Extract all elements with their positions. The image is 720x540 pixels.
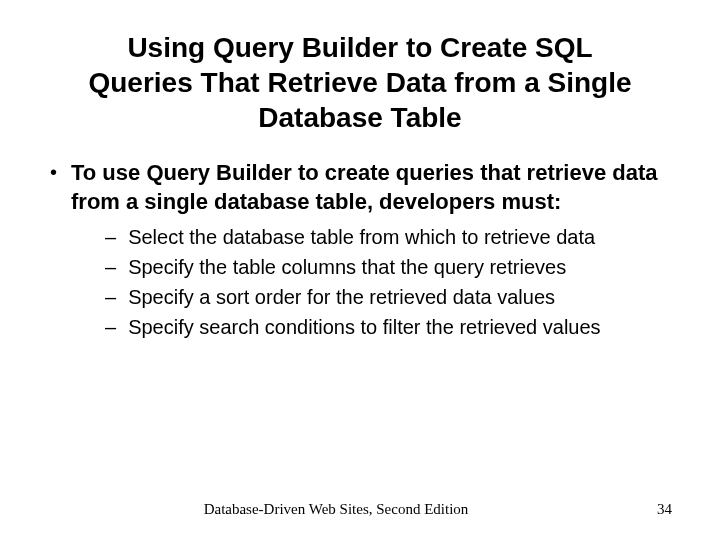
sub-list: – Select the database table from which t… bbox=[50, 224, 680, 340]
sub-item-text: Specify a sort order for the retrieved d… bbox=[128, 284, 555, 310]
sub-item-text: Specify search conditions to filter the … bbox=[128, 314, 600, 340]
bullet-text: To use Query Builder to create queries t… bbox=[71, 159, 680, 216]
list-item: – Select the database table from which t… bbox=[105, 224, 680, 250]
dash-icon: – bbox=[105, 284, 116, 310]
footer-text: Database-Driven Web Sites, Second Editio… bbox=[0, 501, 672, 518]
dash-icon: – bbox=[105, 224, 116, 250]
sub-item-text: Select the database table from which to … bbox=[128, 224, 595, 250]
dash-icon: – bbox=[105, 314, 116, 340]
list-item: – Specify a sort order for the retrieved… bbox=[105, 284, 680, 310]
page-number: 34 bbox=[657, 501, 672, 518]
slide-footer: Database-Driven Web Sites, Second Editio… bbox=[0, 501, 720, 518]
slide: Using Query Builder to Create SQL Querie… bbox=[0, 0, 720, 540]
list-item: – Specify search conditions to filter th… bbox=[105, 314, 680, 340]
bullet-item: • To use Query Builder to create queries… bbox=[50, 159, 680, 216]
slide-title: Using Query Builder to Create SQL Querie… bbox=[40, 30, 680, 135]
sub-item-text: Specify the table columns that the query… bbox=[128, 254, 566, 280]
slide-content: • To use Query Builder to create queries… bbox=[40, 159, 680, 340]
list-item: – Specify the table columns that the que… bbox=[105, 254, 680, 280]
dash-icon: – bbox=[105, 254, 116, 280]
bullet-icon: • bbox=[50, 159, 57, 185]
